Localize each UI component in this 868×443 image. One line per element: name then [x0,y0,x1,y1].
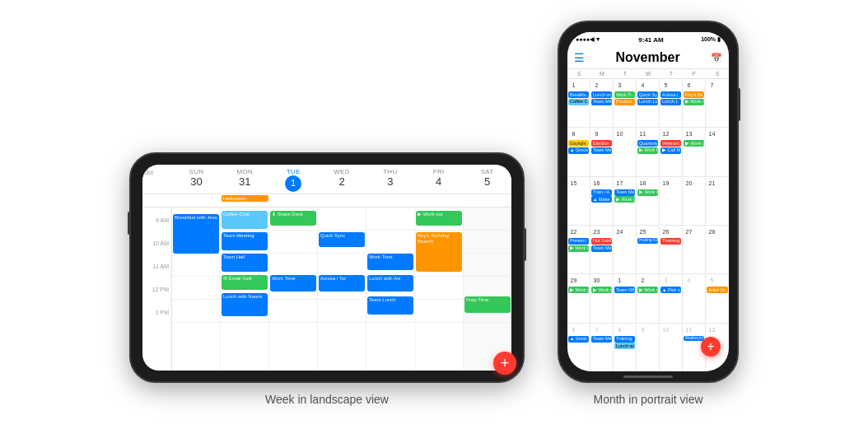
roys-brunch-event: Roy's Birthday Brunch [416,232,462,272]
week-row-4: 22Present.▶ Work o 23Hot Sale!Team Me 24… [567,226,729,274]
day-col-tue: ⬇ Share Deck Work Time [269,208,318,371]
team-meeting-event: Team Meeting [222,232,268,250]
fab-add-button[interactable]: + [493,352,511,371]
week-day-wed: Wed 2 [318,168,366,192]
landscape-label: Week in landscape view [129,393,525,406]
week-day-sat: Sat 5 [463,168,511,192]
week-day-thu: Thu 3 [366,168,414,192]
phone-notch [623,22,673,30]
week-row-3: 15 16Train / A▲ Make 17Team Me▶ Work o 1… [567,177,729,226]
carrier-signal: ●●●●◀ ▼ [576,36,601,43]
week-header: Oct Sun 30 Mon 31 Tue 1 Wed [142,165,511,194]
share-deck-event: ⬇ Share Deck [270,211,316,226]
week-row-5: 29▶ Work o 30▶ Work o 1Team Off. 2▶ Work… [567,274,729,323]
showcase-container: Oct Sun 30 Mon 31 Tue 1 Wed [129,21,739,422]
dow-row: S M T W T F S [567,69,729,79]
lunch-naomi-event: Lunch with Naomi [222,293,268,316]
town-hall-event: Town Hall [222,254,268,272]
status-time: 9:41 AM [638,36,663,44]
email-salit-event: ✉ Email Salit [222,275,268,290]
week-row-2: 8Daylight▲ Groce 9ElectionTeam Me 10 11Q… [567,128,729,176]
coffee-chat-event: Coffee Chat [222,211,268,229]
week-row-1: 1Breakfa..Coffee C 2Lunch wiTeam Me 3Wor… [567,79,729,128]
day-col-sat: Prep Time [464,208,511,371]
landscape-phone: Oct Sun 30 Mon 31 Tue 1 Wed [129,152,525,383]
allday-cells: Halloween [172,194,511,207]
home-indicator [623,375,673,378]
time-gutter: 9 AM 10 AM 11 AM 12 PM 1 PM [142,208,172,371]
day-col-wed: Quick Sync Anissa / Tor [318,208,366,371]
day-col-thu: Work Time Lunch with Avi Team Lunch [366,208,415,371]
work-time2-event: Work Time [367,254,413,270]
work-time-event: Work Time [270,275,316,291]
week-day-fri: Fri 4 [414,168,463,192]
month-title: November [615,50,679,65]
day-col-sun: Breakfast with Jess [172,208,221,371]
week-gutter: Oct [142,168,172,192]
week-day-mon: Mon 31 [221,168,269,192]
week-grid: Breakfast with Jess Coffee Chat Team Mee… [172,208,511,371]
menu-icon[interactable]: ☰ [574,51,585,64]
quick-sync-event: Quick Sync [319,232,365,247]
status-bar: ●●●●◀ ▼ 9:41 AM 100% ▮ [567,32,729,47]
month-label: Oct [142,170,153,175]
landscape-phone-wrapper: Oct Sun 30 Mon 31 Tue 1 Wed [129,152,525,406]
anissa-event: Anissa / Tor [319,275,365,291]
workout-event: ▶ Work out [416,211,462,226]
day-col-fri: ▶ Work out Roy's Birthday Brunch [415,208,464,371]
prep-time-event: Prep Time [464,296,511,313]
team-lunch-event: Team Lunch [367,296,413,315]
portrait-fab-button[interactable]: + [701,337,721,357]
portrait-screen: ●●●●◀ ▼ 9:41 AM 100% ▮ ☰ November 📅 S M … [567,32,729,371]
battery-status: 100% ▮ [701,36,721,43]
portrait-phone-wrapper: ●●●●◀ ▼ 9:41 AM 100% ▮ ☰ November 📅 S M … [558,21,739,406]
cal-header: ☰ November 📅 [567,47,729,69]
halloween-event: Halloween [222,195,268,202]
allday-row: Halloween [142,194,511,208]
month-weeks: 1Breakfa..Coffee C 2Lunch wiTeam Me 3Wor… [567,79,729,371]
week-day-tue: Tue 1 [269,168,318,192]
breakfast-event: Breakfast with Jess [173,214,219,254]
week-day-sun: Sun 30 [172,168,221,192]
day-col-mon: Coffee Chat Team Meeting Town Hall ✉ Ema… [221,208,269,371]
calendar-icon[interactable]: 📅 [711,53,722,63]
month-grid: S M T W T F S 1Breakfa..Coffee C 2Lunch … [567,69,729,371]
lunch-avi-event: Lunch with Avi [367,275,413,291]
portrait-phone: ●●●●◀ ▼ 9:41 AM 100% ▮ ☰ November 📅 S M … [558,21,739,383]
portrait-label: Month in portrait view [558,393,739,406]
week-body: 9 AM 10 AM 11 AM 12 PM 1 PM [142,208,511,371]
landscape-screen: Oct Sun 30 Mon 31 Tue 1 Wed [142,165,511,371]
